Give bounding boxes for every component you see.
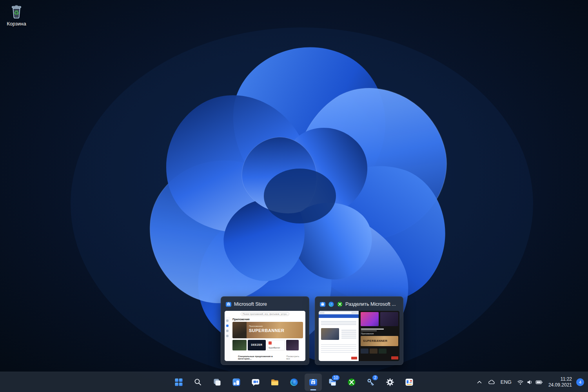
settings-button[interactable] bbox=[381, 374, 399, 391]
onedrive-button[interactable] bbox=[485, 374, 498, 390]
app-tile bbox=[286, 340, 299, 350]
see-all-link: Посмотреть все bbox=[286, 355, 303, 360]
tray-overflow-button[interactable] bbox=[474, 374, 485, 390]
game-art-tile bbox=[380, 312, 398, 326]
clock[interactable]: 11:22 24.09.2021 bbox=[546, 374, 575, 390]
task-view-icon bbox=[212, 377, 222, 387]
banner-photo bbox=[232, 322, 247, 338]
chat-button[interactable] bbox=[247, 374, 264, 391]
movies-icon bbox=[226, 335, 229, 337]
edge-icon bbox=[289, 377, 299, 387]
red-action-button bbox=[391, 356, 398, 359]
text-line bbox=[361, 328, 384, 330]
tray-time: 11:22 bbox=[548, 376, 572, 382]
store-icon bbox=[319, 301, 326, 307]
page-header-band bbox=[319, 314, 359, 318]
notification-count-badge: 2 bbox=[372, 374, 379, 381]
xbox-button[interactable] bbox=[343, 374, 360, 391]
recycle-bin-icon: ♻ bbox=[8, 3, 25, 20]
store-thumb-heading: Приложения bbox=[232, 318, 303, 321]
pinned-app-utility-button[interactable] bbox=[401, 374, 418, 391]
apps-icon bbox=[226, 325, 229, 327]
app-tile-deezer: DEEZER bbox=[248, 340, 266, 350]
taskbar: 10 bbox=[0, 372, 588, 392]
xbox-icon bbox=[337, 301, 343, 307]
tray-date: 24.09.2021 bbox=[548, 382, 572, 388]
task-view-button[interactable] bbox=[209, 374, 226, 391]
edge-icon bbox=[328, 301, 334, 307]
banner-subtitle: Приложения bbox=[249, 325, 263, 327]
promo-banner-label: SUPERBANNER bbox=[363, 339, 387, 343]
preview-card-store-header: Microsoft Store bbox=[225, 300, 305, 308]
svg-text:♻: ♻ bbox=[14, 9, 19, 16]
deezer-label: DEEZER bbox=[251, 344, 263, 347]
snap-xbox-window: Приложения SUPERBANNER bbox=[359, 311, 399, 361]
store-thumb-nav-rail bbox=[225, 317, 230, 361]
language-indicator[interactable]: ENG bbox=[498, 374, 514, 390]
page-text-lines bbox=[341, 329, 356, 339]
battery-icon bbox=[535, 379, 543, 385]
promo-banner: SUPERBANNER bbox=[361, 336, 398, 346]
pinned-app-windows-button[interactable]: 10 bbox=[324, 374, 341, 391]
page-photo bbox=[321, 328, 339, 340]
system-tray: ENG 11:22 bbox=[474, 372, 586, 392]
chevron-up-icon bbox=[476, 379, 483, 385]
search-button[interactable] bbox=[189, 374, 207, 391]
cloud-icon bbox=[488, 379, 495, 385]
section-heading: Приложения bbox=[361, 333, 374, 335]
search-icon bbox=[193, 377, 203, 387]
store-icon bbox=[309, 377, 318, 387]
store-thumb-footer: Специальные предложения в категории... П… bbox=[238, 355, 303, 360]
edge-button[interactable] bbox=[285, 374, 303, 391]
app-tile bbox=[232, 340, 247, 350]
microsoft-store-button[interactable] bbox=[305, 374, 322, 391]
text-line bbox=[361, 330, 377, 331]
widgets-button[interactable] bbox=[228, 374, 245, 391]
start-button[interactable] bbox=[170, 374, 187, 391]
preview-card-store[interactable]: Microsoft Store Поиск приложений, игр, ф… bbox=[221, 296, 309, 365]
windows-desktop: ♻ Корзина Microsoft Store bbox=[0, 0, 588, 392]
banner-title: SUPERBANNER bbox=[249, 328, 284, 333]
snap-group-thumbnail[interactable]: Приложения SUPERBANNER bbox=[319, 311, 399, 361]
app-tile-superbanner: SuperBanner bbox=[267, 340, 285, 350]
notification-center-badge[interactable]: 4 bbox=[576, 378, 584, 386]
preview-card-snap-header: Разделить Microsoft ... bbox=[319, 300, 399, 308]
store-thumb-topbar: Поиск приложений, игр, фильмов, устро... bbox=[225, 311, 305, 317]
preview-title: Microsoft Store bbox=[234, 301, 267, 307]
page-red-button bbox=[351, 357, 357, 359]
notification-count-badge: 10 bbox=[331, 374, 340, 381]
preview-title: Разделить Microsoft ... bbox=[345, 301, 396, 307]
tile-logo bbox=[269, 341, 272, 345]
windows-logo-icon bbox=[174, 377, 183, 387]
home-icon bbox=[226, 319, 229, 322]
store-thumb-banner: Приложения SUPERBANNER bbox=[232, 322, 303, 338]
network-volume-battery-button[interactable] bbox=[514, 374, 546, 390]
recycle-bin[interactable]: ♻ Корзина bbox=[3, 3, 30, 27]
taskbar-preview-flyout: Microsoft Store Поиск приложений, игр, ф… bbox=[221, 296, 403, 365]
colorful-panel-icon bbox=[405, 377, 414, 387]
xbox-icon bbox=[347, 377, 356, 387]
store-window-thumbnail[interactable]: Поиск приложений, игр, фильмов, устро...… bbox=[225, 311, 305, 361]
preview-card-snap-group[interactable]: Разделить Microsoft ... bbox=[315, 296, 403, 365]
file-explorer-button[interactable] bbox=[266, 374, 283, 391]
small-tile bbox=[379, 348, 387, 354]
footer-text: Специальные предложения в категории... bbox=[238, 355, 286, 360]
browser-toolbar bbox=[319, 311, 359, 314]
superbanner-label: SuperBanner bbox=[269, 347, 280, 349]
taskbar-center-group: 10 bbox=[170, 372, 418, 392]
address-bar bbox=[324, 312, 352, 314]
folder-icon bbox=[270, 377, 279, 387]
small-tile bbox=[370, 348, 377, 354]
widgets-icon bbox=[232, 377, 241, 387]
recycle-bin-label: Корзина bbox=[7, 21, 26, 27]
game-art-tile bbox=[361, 312, 379, 326]
pinned-app-key-button[interactable]: 2 bbox=[362, 374, 379, 391]
speaker-icon bbox=[526, 379, 533, 385]
store-thumb-searchbox: Поиск приложений, игр, фильмов, устро... bbox=[241, 312, 289, 316]
store-icon bbox=[225, 301, 232, 307]
store-thumb-tiles: DEEZER SuperBanner bbox=[232, 340, 303, 350]
page-text-lines bbox=[321, 320, 356, 326]
page-table bbox=[321, 343, 356, 353]
store-thumb-body: Приложения Приложения SUPERBANNER DEEZER bbox=[230, 317, 305, 361]
gear-icon bbox=[385, 377, 395, 387]
